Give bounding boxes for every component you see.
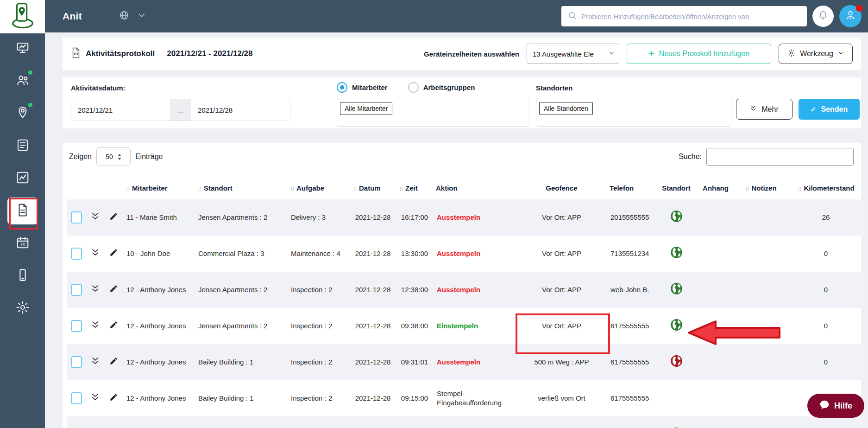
- table-row-3: 12 - Anthony JonesJensen Apartments : 2I…: [67, 308, 864, 344]
- column-header-kilometerstand-11[interactable]: ↓↑Kilometerstand: [787, 176, 864, 199]
- row-select-column: [67, 176, 86, 199]
- row-checkbox[interactable]: [71, 356, 82, 368]
- all-employees-tag[interactable]: Alle Mitarbeiter: [340, 102, 392, 115]
- cell-kilometerstand: 0: [787, 344, 864, 380]
- settings-gear-icon: [16, 300, 30, 316]
- cell-kilometerstand: 26: [787, 199, 864, 236]
- all-locations-tag[interactable]: Alle Standorten: [539, 102, 593, 115]
- row-checkbox[interactable]: [71, 284, 82, 296]
- sidebar-item-location-pin[interactable]: [7, 100, 38, 127]
- search-icon: [568, 11, 577, 22]
- calendar-icon: 15: [16, 236, 30, 251]
- column-label: Zeit: [405, 184, 418, 192]
- cell-geofence: Vor Ort: APP: [516, 236, 607, 272]
- sidebar-item-forms[interactable]: [7, 133, 38, 160]
- tools-button[interactable]: Werkzeug: [779, 44, 853, 64]
- sort-arrows-icon[interactable]: ↓↑: [290, 185, 294, 192]
- sidebar-item-calendar[interactable]: 15: [7, 230, 38, 257]
- show-label: Zeigen: [69, 153, 92, 161]
- cell-telefon: 7135551234: [607, 416, 655, 428]
- row-edit-pencil-icon[interactable]: [109, 284, 118, 293]
- row-edit-pencil-icon[interactable]: [109, 393, 118, 402]
- cell-notizen: [734, 380, 787, 416]
- sort-arrows-icon[interactable]: ↓↑: [797, 185, 801, 192]
- row-expand-icon[interactable]: [91, 284, 100, 293]
- row-checkbox[interactable]: [71, 392, 82, 404]
- green-globe-icon[interactable]: [670, 210, 683, 223]
- global-search-input[interactable]: [580, 12, 800, 21]
- page-size-select[interactable]: 50: [96, 147, 131, 166]
- cell-mitarbeiter: 12 - Anthony Jones: [123, 380, 195, 416]
- column-header-notizen-10[interactable]: ↓↑Notizen: [734, 176, 787, 199]
- radio-arbeitsgruppen[interactable]: Arbeitsgruppen: [408, 82, 475, 93]
- date-separator[interactable]: ...: [170, 99, 191, 121]
- double-chevron-down-icon: [750, 105, 757, 114]
- app-logo[interactable]: [0, 0, 45, 33]
- cell-datum: 2021-12-28: [350, 344, 396, 380]
- sort-arrows-icon[interactable]: ↓↑: [399, 185, 403, 192]
- cell-anhang: [697, 380, 734, 416]
- help-button[interactable]: Hilfe: [807, 394, 864, 418]
- cell-zeit: 13:30:00: [396, 236, 433, 272]
- row-expand-icon[interactable]: [91, 248, 100, 257]
- sort-arrows-icon[interactable]: ↓↑: [745, 185, 748, 192]
- sidebar-item-users[interactable]: [7, 68, 38, 95]
- radio-mitarbeiter[interactable]: Mitarbeiter: [337, 82, 388, 93]
- cell-anhang: [697, 308, 734, 344]
- add-protocol-button[interactable]: + Neues Protokoll hinzufügen: [627, 44, 771, 64]
- user-avatar[interactable]: [839, 5, 862, 27]
- sidebar-item-reports-chart[interactable]: [7, 165, 38, 192]
- row-checkbox[interactable]: [71, 320, 82, 332]
- row-edit-pencil-icon[interactable]: [109, 357, 118, 365]
- table-header-row: ↓↑Mitarbeiter↓↑Standort↓↑Aufgabe↓↑Datum↓…: [67, 176, 864, 199]
- row-checkbox[interactable]: [71, 211, 82, 224]
- row-edit-pencil-icon[interactable]: [109, 212, 118, 221]
- chevron-down-icon[interactable]: [137, 10, 147, 22]
- page-size-value: 50: [106, 153, 113, 160]
- table-row-5: 12 - Anthony JonesBailey Building : 1Ins…: [67, 380, 864, 416]
- more-filters-button[interactable]: Mehr: [736, 99, 793, 120]
- entries-label: Einträge: [135, 153, 163, 161]
- table-search-input[interactable]: [706, 148, 854, 166]
- green-globe-icon[interactable]: [670, 246, 683, 259]
- language-globe-icon[interactable]: [119, 10, 129, 22]
- cell-datum: 2021-12-28: [350, 236, 396, 272]
- column-header-aufgabe-2[interactable]: ↓↑Aufgabe: [287, 176, 350, 199]
- locations-filter-box[interactable]: Alle Standorten: [536, 99, 731, 127]
- sort-arrows-icon[interactable]: ↓↑: [197, 185, 201, 192]
- table-row-2: 12 - Anthony JonesJensen Apartments : 2I…: [67, 272, 864, 308]
- device-select-dropdown[interactable]: 13 Ausgewählte Ele: [527, 44, 619, 64]
- notifications-button[interactable]: [812, 6, 834, 27]
- row-edit-pencil-icon[interactable]: [109, 248, 118, 257]
- row-expand-icon[interactable]: [91, 320, 100, 329]
- check-icon: ✓: [811, 105, 817, 114]
- table-body: 11 - Marie SmithJensen Apartments : 2Del…: [67, 199, 864, 428]
- row-edit-pencil-icon[interactable]: [109, 320, 118, 329]
- row-expand-icon[interactable]: [91, 212, 100, 221]
- column-header-datum-3[interactable]: ↓↑Datum: [350, 176, 396, 199]
- green-globe-icon[interactable]: [670, 282, 683, 295]
- row-expand-icon[interactable]: [91, 357, 100, 365]
- row-expand-icon[interactable]: [91, 393, 100, 402]
- cell-standort-globe: [655, 236, 697, 272]
- green-globe-icon[interactable]: [670, 319, 683, 331]
- column-header-standort-1[interactable]: ↓↑Standort: [195, 176, 287, 199]
- column-header-mitarbeiter-0[interactable]: ↓↑Mitarbeiter: [123, 176, 195, 199]
- plus-icon: +: [648, 49, 654, 59]
- employees-filter-box[interactable]: Alle Mitarbeiter: [337, 99, 529, 127]
- sidebar-item-dashboard[interactable]: [7, 35, 38, 62]
- cell-kilometerstand: 0: [787, 308, 864, 344]
- row-checkbox[interactable]: [71, 248, 82, 260]
- date-from-input[interactable]: [71, 99, 170, 121]
- sidebar-item-device[interactable]: [7, 262, 38, 289]
- red-globe-icon[interactable]: [670, 355, 683, 367]
- date-to-input[interactable]: [191, 99, 290, 121]
- column-header-zeit-4[interactable]: ↓↑Zeit: [396, 176, 433, 199]
- app-window: 15 Anit: [0, 0, 868, 428]
- sort-arrows-icon[interactable]: ↓↑: [126, 185, 129, 192]
- sort-arrows-icon[interactable]: ↓↑: [352, 185, 356, 192]
- sidebar-item-activity-log[interactable]: [7, 198, 38, 224]
- submit-button[interactable]: ✓ Senden: [799, 99, 860, 120]
- sidebar-item-settings-gear[interactable]: [7, 295, 38, 322]
- cell-kilometerstand: 0: [787, 416, 864, 428]
